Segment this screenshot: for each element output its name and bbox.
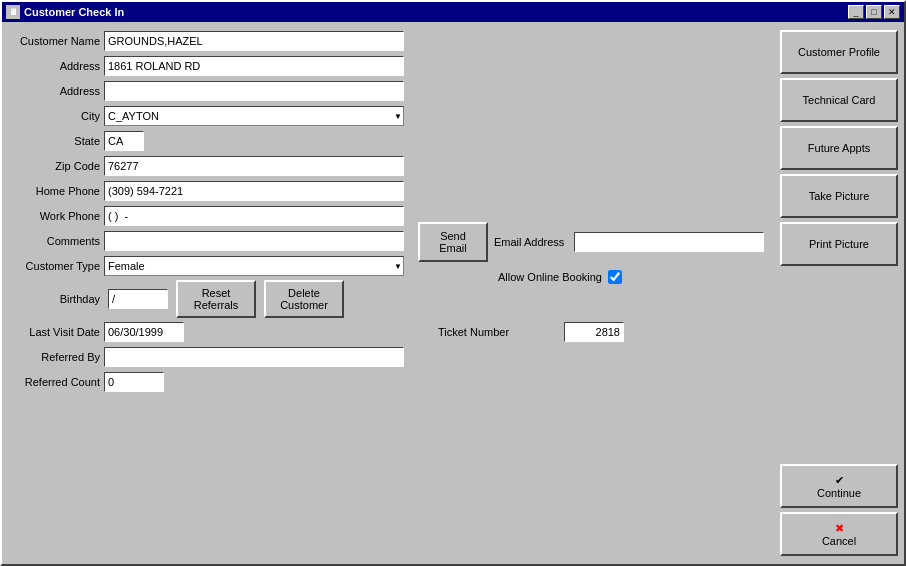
address2-input[interactable] [104, 81, 404, 101]
reset-referrals-button[interactable]: Reset Referrals [176, 280, 256, 318]
sidebar: Customer Profile Technical Card Future A… [774, 22, 904, 564]
referred-by-input[interactable] [104, 347, 404, 367]
title-bar-text: 🖥 Customer Check In [6, 5, 124, 19]
address2-row: Address [10, 80, 406, 102]
zip-input[interactable] [104, 156, 404, 176]
continue-label: Continue [817, 487, 861, 499]
city-wrapper: C_AYTON [104, 106, 404, 126]
comments-row: Comments [10, 230, 406, 252]
address2-label: Address [10, 85, 100, 97]
home-phone-row: Home Phone [10, 180, 406, 202]
state-label: State [10, 135, 100, 147]
continue-button[interactable]: ✔ Continue [780, 464, 898, 508]
email-address-label: Email Address [494, 236, 564, 248]
cancel-x-icon: ✖ [786, 522, 892, 535]
customer-name-input[interactable] [104, 31, 404, 51]
allow-booking-label: Allow Online Booking [498, 271, 602, 283]
comments-input[interactable] [104, 231, 404, 251]
referred-by-row: Referred By [10, 346, 406, 368]
customer-name-label: Customer Name [10, 35, 100, 47]
birthday-input[interactable] [108, 289, 168, 309]
last-visit-row: Last Visit Date [10, 321, 406, 343]
main-window: 🖥 Customer Check In _ □ ✕ Customer Name … [0, 0, 906, 566]
referred-by-label: Referred By [10, 351, 100, 363]
work-phone-label: Work Phone [10, 210, 100, 222]
close-button[interactable]: ✕ [884, 5, 900, 19]
address1-input[interactable] [104, 56, 404, 76]
last-visit-label: Last Visit Date [10, 326, 100, 338]
comments-label: Comments [10, 235, 100, 247]
send-email-button[interactable]: Send Email [418, 222, 488, 262]
take-picture-button[interactable]: Take Picture [780, 174, 898, 218]
ticket-number-row: Ticket Number [418, 322, 770, 342]
zip-row: Zip Code [10, 155, 406, 177]
continue-check-icon: ✔ [786, 474, 892, 487]
state-input[interactable] [104, 131, 144, 151]
maximize-button[interactable]: □ [866, 5, 882, 19]
birthday-row: Birthday Reset Referrals Delete Customer [10, 280, 406, 318]
work-phone-input[interactable] [104, 206, 404, 226]
state-row: State [10, 130, 406, 152]
allow-booking-checkbox[interactable] [608, 270, 622, 284]
customer-type-select[interactable]: Female Male [104, 256, 404, 276]
print-picture-button[interactable]: Print Picture [780, 222, 898, 266]
referred-count-row: Referred Count [10, 371, 406, 393]
allow-booking-row: Allow Online Booking [418, 270, 770, 284]
customer-profile-button[interactable]: Customer Profile [780, 30, 898, 74]
future-appts-button[interactable]: Future Appts [780, 126, 898, 170]
birthday-label: Birthday [10, 293, 100, 305]
main-layout: Customer Name Address Address City C_AYT… [2, 22, 904, 564]
middle-section: Send Email Email Address Allow Online Bo… [414, 22, 774, 564]
customer-name-row: Customer Name [10, 30, 406, 52]
cancel-button[interactable]: ✖ Cancel [780, 512, 898, 556]
customer-type-wrapper: Female Male [104, 256, 404, 276]
form-area: Customer Name Address Address City C_AYT… [2, 22, 414, 564]
home-phone-input[interactable] [104, 181, 404, 201]
referred-count-input[interactable] [104, 372, 164, 392]
city-select[interactable]: C_AYTON [104, 106, 404, 126]
cancel-label: Cancel [822, 535, 856, 547]
ticket-number-label: Ticket Number [438, 326, 558, 338]
home-phone-label: Home Phone [10, 185, 100, 197]
last-visit-input[interactable] [104, 322, 184, 342]
email-address-input[interactable] [574, 232, 764, 252]
title-bar: 🖥 Customer Check In _ □ ✕ [2, 2, 904, 22]
title-controls: _ □ ✕ [848, 5, 900, 19]
delete-customer-button[interactable]: Delete Customer [264, 280, 344, 318]
minimize-button[interactable]: _ [848, 5, 864, 19]
address1-row: Address [10, 55, 406, 77]
address1-label: Address [10, 60, 100, 72]
zip-label: Zip Code [10, 160, 100, 172]
city-label: City [10, 110, 100, 122]
technical-card-button[interactable]: Technical Card [780, 78, 898, 122]
send-email-section: Send Email Email Address [418, 222, 770, 262]
window-title: Customer Check In [24, 6, 124, 18]
customer-type-row: Customer Type Female Male [10, 255, 406, 277]
referred-count-label: Referred Count [10, 376, 100, 388]
work-phone-row: Work Phone [10, 205, 406, 227]
customer-type-label: Customer Type [10, 260, 100, 272]
window-icon: 🖥 [6, 5, 20, 19]
ticket-number-input[interactable] [564, 322, 624, 342]
city-row: City C_AYTON [10, 105, 406, 127]
